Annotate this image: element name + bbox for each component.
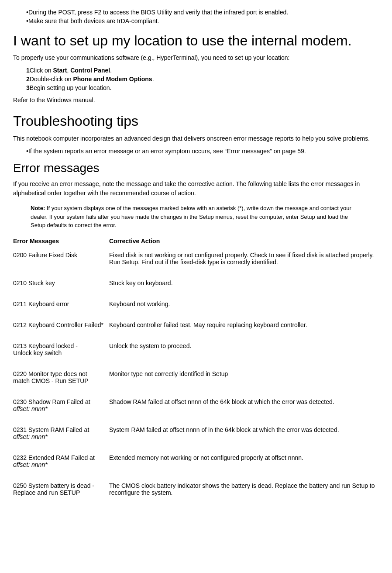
- error-code-cell: 0211 Keyboard error: [13, 297, 109, 311]
- table-row: 0220 Monitor type does notmatch CMOS - R…: [13, 367, 379, 388]
- step-num-3: 3: [26, 84, 30, 91]
- corrective-action-cell: Keyboard not working.: [109, 297, 379, 311]
- corrective-action-cell: Fixed disk is not working or not configu…: [109, 248, 379, 269]
- intro-bullets: •During the POST, press F2 to access the…: [13, 9, 379, 24]
- spacer-row: [13, 416, 379, 423]
- spacer-row: [13, 332, 379, 339]
- spacer-row: [13, 311, 379, 318]
- error-code-cell: 0213 Keyboard locked -Unlock key switch: [13, 339, 109, 360]
- corrective-action-cell: Unlock the system to proceed.: [109, 339, 379, 360]
- error-code-cell: 0232 Extended RAM Failed atoffset: nnnn*: [13, 451, 109, 472]
- step-num-1: 1: [26, 67, 30, 74]
- error-code-cell: 0210 Stuck key: [13, 276, 109, 290]
- corrective-action-cell: Shadow RAM failed at offset nnnn of the …: [109, 395, 379, 416]
- col-error-messages-header: Error Messages: [13, 236, 109, 248]
- table-row: 0200 Failure Fixed DiskFixed disk is not…: [13, 248, 379, 269]
- modem-step-3: 3Begin setting up your location.: [13, 84, 379, 91]
- spacer-row: [13, 388, 379, 395]
- corrective-action-cell: Stuck key on keyboard.: [109, 276, 379, 290]
- spacer-row: [13, 500, 379, 507]
- table-row: 0212 Keyboard Controller Failed*Keyboard…: [13, 318, 379, 332]
- table-row: 0231 System RAM Failed atoffset: nnnn*Sy…: [13, 423, 379, 444]
- bullet-item-2: •Make sure that both devices are IrDA-co…: [13, 17, 379, 24]
- modem-intro: To properly use your communications soft…: [13, 53, 379, 62]
- modem-footer: Refer to the Windows manual.: [13, 96, 379, 105]
- corrective-action-cell: Keyboard controller failed test. May req…: [109, 318, 379, 332]
- table-row: 0210 Stuck keyStuck key on keyboard.: [13, 276, 379, 290]
- spacer-row: [13, 269, 379, 276]
- corrective-action-cell: The CMOS clock battery indicator shows t…: [109, 479, 379, 500]
- error-code-cell: 0231 System RAM Failed atoffset: nnnn*: [13, 423, 109, 444]
- corrective-action-cell: Monitor type not correctly identified in…: [109, 367, 379, 388]
- spacer-row: [13, 444, 379, 451]
- spacer-row: [13, 290, 379, 297]
- table-row: 0232 Extended RAM Failed atoffset: nnnn*…: [13, 451, 379, 472]
- col-corrective-action-header: Corrective Action: [109, 236, 379, 248]
- note-text: If your system displays one of the messa…: [31, 205, 351, 228]
- modem-step-2: 2Double-click on Phone and Modem Options…: [13, 76, 379, 83]
- error-table: Error Messages Corrective Action 0200 Fa…: [13, 236, 379, 507]
- table-row: 0213 Keyboard locked -Unlock key switchU…: [13, 339, 379, 360]
- troubleshooting-bullet: •If the system reports an error message …: [13, 148, 379, 155]
- error-code-cell: 0230 Shadow Ram Failed atoffset: nnnn*: [13, 395, 109, 416]
- corrective-action-cell: Extended memory not working or not confi…: [109, 451, 379, 472]
- error-code-cell: 0220 Monitor type does notmatch CMOS - R…: [13, 367, 109, 388]
- note-block: Note: If your system displays one of the…: [31, 204, 361, 230]
- troubleshooting-body: This notebook computer incorporates an a…: [13, 134, 379, 143]
- spacer-row: [13, 360, 379, 367]
- table-row: 0230 Shadow Ram Failed atoffset: nnnn*Sh…: [13, 395, 379, 416]
- bullet-item-1: •During the POST, press F2 to access the…: [13, 9, 379, 16]
- error-code-cell: 0212 Keyboard Controller Failed*: [13, 318, 109, 332]
- error-code-cell: 0200 Failure Fixed Disk: [13, 248, 109, 269]
- modem-step-1: 1Click on Start, Control Panel.: [13, 67, 379, 74]
- troubleshooting-heading: Troubleshooting tips: [13, 113, 379, 129]
- corrective-action-cell: System RAM failed at offset nnnn of in t…: [109, 423, 379, 444]
- error-code-cell: 0250 System battery is dead -Replace and…: [13, 479, 109, 500]
- step-num-2: 2: [26, 76, 30, 83]
- error-intro: If you receive an error message, note th…: [13, 179, 379, 198]
- table-row: 0250 System battery is dead -Replace and…: [13, 479, 379, 500]
- spacer-row: [13, 472, 379, 479]
- modem-heading: I want to set up my location to use the …: [13, 32, 379, 49]
- table-header-row: Error Messages Corrective Action: [13, 236, 379, 248]
- note-label: Note:: [31, 205, 45, 211]
- table-row: 0211 Keyboard errorKeyboard not working.: [13, 297, 379, 311]
- error-messages-heading: Error messages: [13, 161, 379, 176]
